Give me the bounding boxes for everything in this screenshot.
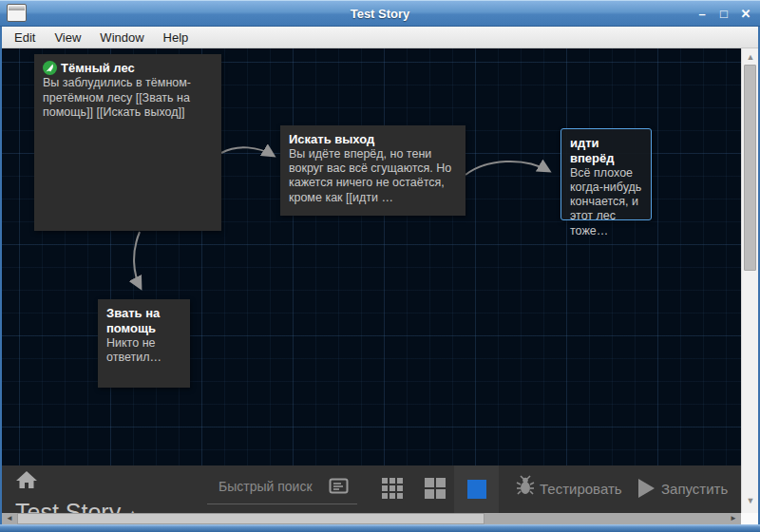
menu-view[interactable]: View	[45, 27, 90, 48]
scroll-up-arrow-icon[interactable]: ▲	[742, 52, 759, 62]
scroll-down-arrow-icon[interactable]: ▼	[742, 496, 759, 505]
window-controls: – □ ✕	[695, 0, 752, 27]
menu-bar: Edit View Window Help	[2, 27, 758, 48]
close-button[interactable]: ✕	[739, 7, 752, 21]
test-button-label[interactable]: Тестировать	[540, 481, 622, 497]
scroll-left-arrow-icon[interactable]: ◄	[6, 513, 13, 524]
quick-search-field[interactable]	[207, 473, 357, 504]
test-button[interactable]	[516, 475, 535, 500]
quick-search-input[interactable]	[207, 473, 321, 500]
passage-title: идти вперёд	[570, 136, 642, 166]
maximize-button[interactable]: □	[717, 7, 731, 21]
menu-help[interactable]: Help	[154, 27, 199, 48]
passage-title: Звать на помощь	[106, 306, 181, 336]
vertical-scrollbar-thumb[interactable]	[744, 65, 756, 271]
passage-find-exit[interactable]: Искать выход Вы идёте вперёд, но тени во…	[280, 125, 466, 216]
home-button[interactable]	[15, 470, 38, 489]
zoom-medium-button[interactable]	[425, 478, 447, 504]
minimize-button[interactable]: –	[695, 7, 709, 21]
vertical-scrollbar[interactable]: ▲ ▼	[741, 48, 758, 513]
window-frame-bottom	[0, 524, 760, 532]
caret-up-icon: ▲	[126, 506, 139, 513]
window-title: Test Story	[0, 7, 760, 21]
passage-title: Тёмный лес	[61, 61, 135, 75]
bottom-toolbar: Тестировать Запустить Test Story▲	[2, 466, 741, 513]
scroll-right-arrow-icon[interactable]: ►	[730, 513, 737, 524]
story-map-canvas[interactable]: Тёмный лес Вы заблудились в тёмном-претё…	[2, 48, 741, 466]
menu-window[interactable]: Window	[90, 27, 153, 48]
passage-excerpt: Всё плохое когда-нибудь кончается, и это…	[570, 166, 642, 238]
run-button-label[interactable]: Запустить	[661, 481, 728, 497]
menu-edit[interactable]: Edit	[5, 27, 45, 48]
horizontal-scrollbar-thumb[interactable]	[17, 513, 484, 524]
connection-arrow	[134, 232, 141, 288]
start-rocket-icon	[43, 61, 57, 75]
passage-excerpt: Вы заблудились в тёмном-претёмном лесу […	[43, 76, 213, 120]
app-window: Test Story – □ ✕ Edit View Window Help	[0, 0, 760, 532]
passage-dark-forest[interactable]: Тёмный лес Вы заблудились в тёмном-претё…	[34, 54, 221, 231]
passage-call-help[interactable]: Звать на помощь Никто не ответил…	[98, 299, 190, 388]
search-options-icon[interactable]	[329, 478, 349, 498]
passage-go-forward[interactable]: идти вперёд Всё плохое когда-нибудь конч…	[560, 128, 652, 220]
run-button[interactable]	[638, 479, 655, 498]
grid-2x2-icon	[425, 478, 447, 500]
story-name-label: Test Story	[15, 499, 121, 513]
zoom-small-button[interactable]	[382, 478, 405, 504]
bug-icon	[516, 475, 535, 496]
horizontal-scrollbar[interactable]: ◄ ►	[2, 513, 741, 524]
passage-title: Искать выход	[289, 132, 457, 147]
passage-excerpt: Вы идёте вперёд, но тени вокруг вас всё …	[289, 147, 457, 205]
home-icon	[15, 470, 38, 489]
scrollbar-corner	[741, 513, 758, 524]
connection-arrow	[221, 147, 274, 156]
zoom-big-button[interactable]	[454, 466, 499, 513]
passage-excerpt: Никто не ответил…	[106, 336, 181, 366]
titlebar[interactable]: Test Story – □ ✕	[0, 0, 760, 27]
story-name-menu[interactable]: Test Story▲	[15, 499, 139, 513]
grid-3x3-icon	[382, 478, 405, 500]
connection-arrow	[466, 162, 549, 175]
square-icon	[467, 480, 486, 499]
